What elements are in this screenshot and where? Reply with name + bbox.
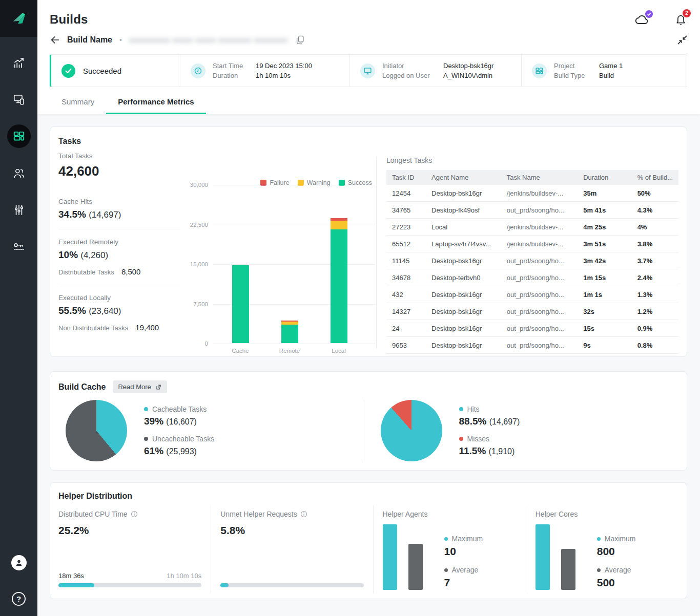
user-avatar[interactable]: [11, 555, 27, 570]
bar-cache: [232, 184, 249, 343]
page-title: Builds: [50, 12, 88, 27]
table-row[interactable]: 432Desktop-bsk16grout_prd/soong/ho...1m …: [386, 286, 678, 303]
field-value: Game 1: [599, 62, 623, 70]
back-arrow-icon: [50, 35, 60, 45]
uncacheable-label: Uncacheable Tasks: [152, 435, 214, 443]
longest-tasks-title: Longest Tasks: [386, 156, 678, 164]
build-status-bar: Succeeded Start Time 19 Dec 2023 15:00 D…: [50, 54, 687, 87]
clock-icon: [191, 63, 205, 78]
notifications-button[interactable]: 2: [674, 13, 687, 27]
field-value: Desktop-bsk16gr: [443, 62, 493, 70]
cache-hits-pct: 34.5%: [58, 209, 86, 220]
check-icon: [65, 68, 72, 74]
cores-max-label: Maximum: [605, 535, 636, 543]
cacheable-pct: 39%: [144, 416, 163, 427]
field-label: Build Type: [554, 72, 588, 79]
check-icon: [647, 12, 651, 16]
tab-summary[interactable]: Summary: [50, 94, 106, 114]
cores-avg-dot: [597, 568, 601, 572]
misses-pct: 11.5%: [459, 445, 486, 456]
executed-locally-label: Executed Locally: [58, 294, 180, 302]
cacheable-count: (16,607): [166, 417, 197, 426]
agents-max-bar: [383, 524, 397, 590]
tasks-card: Tasks Total Tasks 42,600 Cache Hits 34.5…: [50, 126, 687, 357]
field-label: Initiator: [382, 62, 432, 70]
read-more-label: Read More: [118, 383, 151, 391]
table-row[interactable]: 9653Desktop-bsk16grout_prd/soong/ho...9s…: [386, 337, 678, 354]
y-axis-labels: 30,000 22,500 15,000 7,500 0: [188, 185, 213, 344]
read-more-button[interactable]: Read More: [113, 380, 167, 393]
external-link-icon: [155, 384, 162, 391]
plot-area: Cache Remote Local: [213, 185, 375, 344]
users-icon: [12, 166, 26, 180]
copy-button[interactable]: [295, 35, 304, 45]
hits-label: Hits: [467, 405, 480, 413]
app-logo[interactable]: [0, 0, 37, 37]
info-icon[interactable]: [131, 511, 138, 518]
incredibuild-logo-icon: [9, 9, 29, 28]
table-row[interactable]: 65512Laptop-sv4r7f4vsv.../jenkins/builds…: [386, 236, 678, 252]
cpu-range-start: 18m 36s: [58, 572, 84, 580]
sidebar-item-users[interactable]: [0, 155, 37, 192]
builds-icon: [12, 130, 26, 143]
executed-remotely-count: (4,260): [80, 250, 108, 260]
table-row[interactable]: 34765Desktop-fk49osfout_prd/soong/ho...5…: [386, 202, 678, 219]
field-label: Duration: [213, 72, 244, 79]
total-tasks-label: Total Tasks: [58, 152, 180, 160]
cloud-status-button[interactable]: [634, 13, 650, 26]
question-mark-icon: ?: [16, 594, 21, 603]
table-row[interactable]: 12454Desktop-bsk16gr/jenkins/buildsev-..…: [386, 185, 678, 202]
field-label: Start Time: [213, 62, 244, 70]
cacheable-pie-chart: [66, 400, 127, 461]
back-button[interactable]: [50, 35, 60, 45]
sidebar-item-analytics[interactable]: [0, 44, 37, 81]
status-text: Succeeded: [83, 67, 121, 75]
unmet-progress-bar: [220, 583, 363, 587]
topbar: Builds 2: [37, 0, 700, 114]
table-row[interactable]: 11145Desktop-bsk16grout_prd/soong/ho...3…: [386, 252, 678, 269]
executed-locally-pct: 55.5%: [58, 305, 86, 316]
y-tick: 7,500: [193, 301, 208, 307]
cache-hits-label: Cache Hits: [58, 198, 180, 205]
sidebar-item-builds[interactable]: [0, 118, 37, 155]
help-button[interactable]: ?: [12, 592, 26, 606]
y-tick: 0: [205, 341, 208, 347]
info-icon[interactable]: [300, 511, 307, 518]
notifications-count-badge: 2: [683, 9, 691, 17]
separator-dot: •: [119, 36, 122, 44]
table-row[interactable]: 14327Desktop-bsk16grout_prd/soong/ho...3…: [386, 303, 678, 320]
sidebar-item-settings[interactable]: [0, 192, 37, 228]
hits-pct: 88.5%: [459, 416, 487, 427]
sidebar-item-license[interactable]: [0, 228, 37, 265]
total-tasks-value: 42,600: [58, 163, 180, 179]
cpu-time-value: 25.2%: [58, 524, 201, 537]
field-value: 19 Dec 2023 15:00: [256, 62, 312, 70]
field-value: Build: [599, 72, 623, 79]
agents-icon: [12, 93, 26, 106]
collapse-button[interactable]: [677, 35, 687, 45]
y-tick: 30,000: [190, 182, 208, 188]
sidebar-item-agents[interactable]: [0, 81, 37, 118]
hits-section: Hits 88.5% (14,697) Misses 11.5% (1,910): [364, 400, 679, 461]
cpu-time-label: Distributed CPU Time: [58, 510, 128, 518]
license-key-icon: [12, 240, 26, 253]
helper-agents-label: Helper Agents: [383, 510, 428, 518]
helper-cores-mini-chart: [536, 524, 575, 590]
build-path-redacted: xxxxxxxxxx xxxxx xxxxx xxxxxxxx xxxxxxxx…: [129, 36, 288, 44]
table-row[interactable]: 34678Desktop-terbvh0out_prd/soong/ho...1…: [386, 269, 678, 286]
agents-avg-value: 7: [444, 577, 483, 589]
executed-remotely-pct: 10%: [58, 249, 78, 260]
longest-tasks-table: Task ID Agent Name Task Name Duration % …: [386, 170, 678, 354]
content: Tasks Total Tasks 42,600 Cache Hits 34.5…: [37, 114, 700, 599]
helper-distribution-card: Helper Distribution Distributed CPU Time…: [50, 482, 687, 599]
table-row[interactable]: 24Desktop-bsk16grout_prd/soong/ho...15s0…: [386, 320, 678, 337]
table-row[interactable]: 27223Local/jenkins/buildsev-...4m 25s4%: [386, 219, 678, 236]
success-circle-icon: [61, 64, 75, 78]
tab-performance-metrics[interactable]: Performance Metrics: [106, 94, 205, 114]
distributed-cpu-section: Distributed CPU Time 25.2% 18m 36s 1h 10…: [58, 505, 211, 593]
misses-count: (1,910): [489, 447, 515, 456]
build-cache-card: Build Cache Read More Cacheable Tasks 39…: [50, 371, 687, 471]
distributable-label: Distributable Tasks: [58, 268, 114, 276]
tab-bar: Summary Performance Metrics: [50, 94, 687, 114]
y-tick: 15,000: [190, 261, 208, 267]
